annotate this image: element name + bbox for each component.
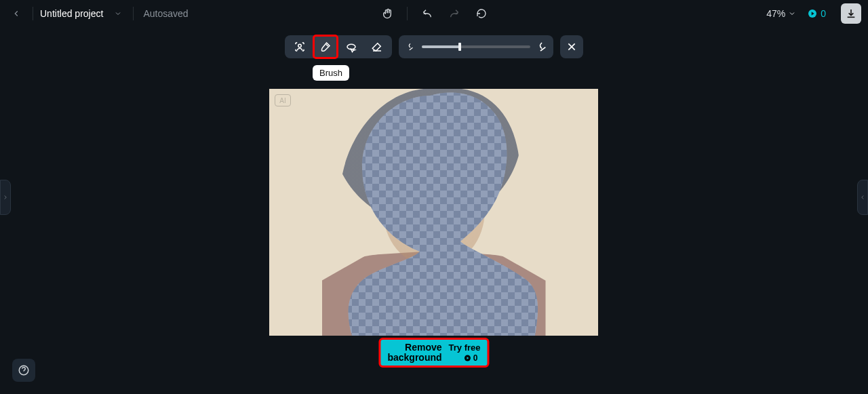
brush-icon xyxy=(319,41,332,53)
canvas-area[interactable]: AI xyxy=(269,89,598,336)
zoom-label: 47% xyxy=(766,8,785,19)
reset-button[interactable] xyxy=(474,6,489,21)
size-small-icon xyxy=(406,42,415,52)
redo-button[interactable] xyxy=(447,6,462,21)
pan-button[interactable] xyxy=(380,6,395,21)
hand-icon xyxy=(382,8,393,19)
download-icon xyxy=(846,8,856,19)
brush-size-small-button[interactable] xyxy=(403,37,418,57)
chevron-down-icon xyxy=(788,9,796,18)
remove-background-button[interactable]: Remove background Try free 0 xyxy=(378,338,489,368)
autosaved-label: Autosaved xyxy=(143,8,188,19)
size-large-icon xyxy=(536,41,547,52)
undo-icon xyxy=(422,8,433,19)
subject-tool-button[interactable] xyxy=(289,37,311,57)
zoom-control[interactable]: 47% xyxy=(766,8,796,19)
slider-fill xyxy=(422,45,460,48)
credit-cost: 0 xyxy=(464,353,478,363)
project-title[interactable]: Untitled project xyxy=(40,8,103,19)
close-tool-button[interactable] xyxy=(560,35,583,58)
credit-icon xyxy=(464,354,472,362)
remove-background-label: Remove background xyxy=(387,342,441,363)
undo-button[interactable] xyxy=(420,6,435,21)
chevron-right-icon xyxy=(2,194,9,201)
right-panel-toggle[interactable] xyxy=(857,180,868,215)
lasso-click-icon xyxy=(345,41,357,53)
credits-count: 0 xyxy=(821,8,826,19)
try-free-label: Try free xyxy=(449,342,481,353)
tool-group-select xyxy=(285,35,392,58)
slider-thumb[interactable] xyxy=(458,43,461,51)
refresh-icon xyxy=(476,8,487,19)
eraser-icon xyxy=(371,41,383,53)
chevron-down-icon[interactable] xyxy=(110,9,126,18)
eraser-tool-button[interactable] xyxy=(366,37,388,57)
canvas-image xyxy=(269,89,598,336)
divider xyxy=(133,7,134,20)
brush-tool-button[interactable] xyxy=(315,37,336,57)
credits-counter[interactable]: 0 xyxy=(803,8,830,19)
download-button[interactable] xyxy=(841,3,861,24)
brush-tooltip: Brush xyxy=(313,65,349,81)
redo-icon xyxy=(449,8,460,19)
chevron-left-icon xyxy=(859,194,866,201)
back-button[interactable] xyxy=(7,4,26,23)
brush-size-slider[interactable] xyxy=(422,45,530,48)
tool-group-size xyxy=(399,35,553,58)
left-panel-toggle[interactable] xyxy=(0,180,11,215)
help-button[interactable] xyxy=(12,359,35,382)
subject-select-icon xyxy=(294,41,306,53)
brush-size-large-button[interactable] xyxy=(534,37,549,57)
help-icon xyxy=(18,364,30,376)
svg-point-2 xyxy=(298,44,302,47)
credit-icon xyxy=(807,8,818,19)
divider xyxy=(33,7,33,20)
lasso-tool-button[interactable] xyxy=(340,37,362,57)
close-icon xyxy=(566,41,577,52)
